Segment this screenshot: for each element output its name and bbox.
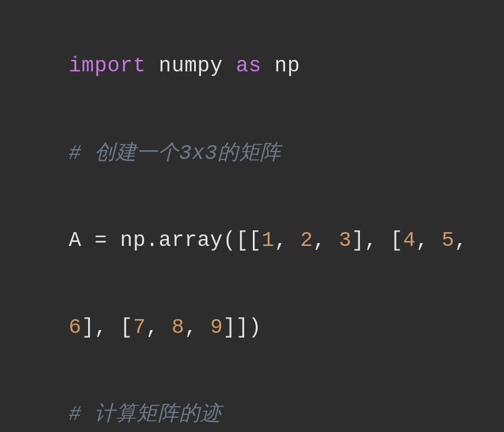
bracket-close-row2: ], [ bbox=[82, 316, 133, 339]
keyword-import: import bbox=[69, 54, 146, 78]
comma-2: , bbox=[313, 229, 339, 252]
num-7: 7 bbox=[133, 316, 146, 339]
num-3: 3 bbox=[339, 229, 351, 252]
module-numpy: numpy bbox=[146, 54, 236, 78]
num-6: 6 bbox=[69, 316, 81, 339]
num-9: 9 bbox=[210, 316, 223, 339]
import-line: import numpy as np bbox=[17, 23, 487, 110]
array-assignment-line1: A = np.array([[1, 2, 3], [4, 5, bbox=[17, 197, 487, 284]
var-A: A bbox=[69, 229, 94, 252]
keyword-as: as bbox=[236, 54, 262, 78]
alias-np: np bbox=[262, 54, 300, 78]
comma-5: , bbox=[146, 316, 172, 339]
comma-1: , bbox=[275, 229, 301, 252]
array-close: ]]) bbox=[223, 316, 262, 339]
num-4: 4 bbox=[403, 229, 416, 252]
code-editor: import numpy as np # 创建一个3x3的矩阵 A = np.a… bbox=[0, 0, 504, 432]
comment-trace: # 计算矩阵的迹 bbox=[17, 372, 487, 432]
array-assignment-line2: 6], [7, 8, 9]]) bbox=[17, 285, 487, 372]
comma-4: , bbox=[454, 229, 467, 252]
comma-3: , bbox=[416, 229, 442, 252]
operator-eq: = bbox=[94, 229, 120, 252]
num-2: 2 bbox=[300, 229, 313, 252]
comment-text-2: # 计算矩阵的迹 bbox=[69, 403, 221, 426]
num-5: 5 bbox=[442, 229, 454, 252]
bracket-close-row1: ], [ bbox=[351, 229, 403, 252]
num-8: 8 bbox=[172, 316, 184, 339]
num-1: 1 bbox=[262, 229, 274, 252]
comma-6: , bbox=[184, 316, 210, 339]
comment-create-matrix: # 创建一个3x3的矩阵 bbox=[17, 110, 487, 197]
comment-text-1: # 创建一个3x3的矩阵 bbox=[69, 142, 281, 165]
func-np-array-open: np.array([[ bbox=[120, 229, 262, 252]
